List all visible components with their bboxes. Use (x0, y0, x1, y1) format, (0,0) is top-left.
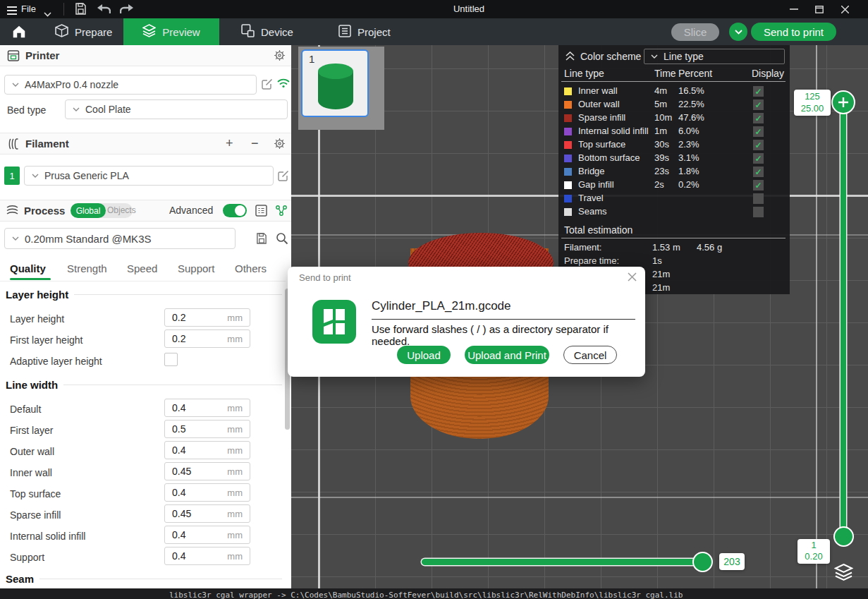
display-checkbox[interactable] (753, 193, 764, 204)
setting-input[interactable]: 0.4mm (164, 483, 250, 502)
line-type-label: Travel (578, 193, 604, 203)
process-workflow-icon[interactable] (275, 205, 288, 219)
line-type-time: 2s (654, 179, 664, 190)
bed-type-dropdown[interactable]: Cool Plate (65, 99, 288, 119)
line-type-swatch (564, 195, 572, 202)
view-mode-value: Line type (664, 51, 704, 62)
setting-label: Layer height (10, 313, 64, 325)
filament-slot-number: 1 (9, 171, 14, 181)
advanced-toggle[interactable] (223, 204, 247, 217)
add-filament-button[interactable]: + (226, 136, 233, 151)
tab-quality[interactable]: Quality (10, 262, 46, 274)
tab-device[interactable]: Device (241, 18, 293, 45)
line-type-percent: 1.8% (678, 166, 699, 176)
undo-icon[interactable] (97, 4, 111, 17)
adaptive-layer-height-checkbox[interactable] (164, 353, 178, 366)
legend-row: Gap infill 2s 0.2% ✓ (558, 179, 790, 192)
search-icon[interactable] (276, 232, 288, 248)
home-icon[interactable] (11, 24, 27, 42)
tab-preview[interactable]: Preview (123, 18, 219, 45)
send-options-chevron-button[interactable] (729, 23, 747, 41)
filament-slot-badge[interactable]: 1 (4, 167, 20, 185)
tab-support[interactable]: Support (178, 262, 215, 274)
slice-button[interactable]: Slice (671, 23, 719, 41)
move-slider-track[interactable] (422, 559, 705, 565)
collapse-icon[interactable] (566, 52, 575, 63)
scope-objects-segment[interactable]: Objects (107, 205, 136, 215)
setting-input[interactable]: 0.2 mm (164, 308, 250, 327)
printer-section-title: Printer (25, 49, 59, 61)
tab-others[interactable]: Others (235, 262, 267, 274)
line-type-label: Top surface (578, 139, 625, 150)
setting-input[interactable]: 0.2 mm (164, 329, 250, 348)
display-checkbox[interactable]: ✓ (753, 113, 764, 123)
minimize-button[interactable] (782, 0, 806, 18)
color-scheme-title: Color scheme (580, 51, 641, 62)
setting-label: Top surface (10, 488, 61, 500)
printer-section-header: Printer (0, 45, 291, 66)
filament-preset-dropdown[interactable]: Prusa Generic PLA (24, 166, 274, 186)
setting-input[interactable]: 0.5mm (164, 420, 250, 438)
filename-input[interactable]: Cylinder_PLA_21m.gcode (372, 299, 635, 320)
color-scheme-panel: Color scheme Line type Line type Time Pe… (558, 45, 790, 294)
edit-icon[interactable] (278, 170, 289, 184)
display-checkbox[interactable]: ✓ (753, 86, 764, 97)
tab-speed[interactable]: Speed (127, 262, 157, 274)
layer-slider-top-handle[interactable] (831, 90, 855, 114)
tab-project[interactable]: Project (338, 18, 391, 45)
send-to-print-dialog: Send to print Cylinder_PLA_21m.gcode Use… (288, 267, 645, 377)
upload-button[interactable]: Upload (397, 346, 451, 364)
view-mode-dropdown[interactable]: Line type (644, 49, 785, 64)
layers-icon[interactable] (834, 564, 853, 584)
display-checkbox[interactable]: ✓ (753, 180, 764, 190)
setting-input[interactable]: 0.4mm (164, 399, 250, 417)
setting-input[interactable]: 0.45mm (164, 462, 250, 480)
setting-unit: mm (227, 551, 243, 562)
display-checkbox[interactable]: ✓ (753, 126, 764, 137)
cancel-button[interactable]: Cancel (563, 346, 617, 364)
display-checkbox[interactable]: ✓ (753, 167, 764, 177)
save-preset-icon[interactable] (256, 233, 267, 247)
total-estimation-title: Total estimation (564, 224, 632, 236)
layer-slider-bottom-handle[interactable] (833, 526, 854, 547)
maximize-button[interactable] (807, 0, 831, 18)
gear-icon[interactable] (274, 138, 286, 152)
setting-input[interactable]: 0.4mm (164, 547, 250, 565)
hamburger-menu-icon[interactable] (7, 5, 17, 18)
display-checkbox[interactable]: ✓ (753, 140, 764, 150)
display-checkbox[interactable]: ✓ (753, 153, 764, 164)
move-slider-tooltip: 203 (719, 553, 745, 570)
file-menu[interactable]: File (21, 4, 36, 14)
remove-filament-button[interactable]: − (251, 136, 259, 151)
setting-label: Internal solid infill (10, 531, 85, 542)
gear-icon[interactable] (274, 49, 286, 64)
plate-thumbnail[interactable]: 1 (301, 49, 369, 117)
line-type-percent: 0.2% (678, 179, 699, 190)
layer-slider-track[interactable] (841, 102, 846, 536)
display-checkbox[interactable] (753, 207, 764, 217)
dialog-close-icon[interactable] (628, 272, 637, 284)
setting-input[interactable]: 0.45mm (164, 504, 250, 523)
process-preset-dropdown[interactable]: 0.20mm Standard @MK3S (4, 228, 236, 249)
tab-prepare[interactable]: Prepare (55, 18, 112, 45)
redo-icon[interactable] (120, 4, 133, 17)
save-icon[interactable] (75, 3, 87, 18)
legend-row: Outer wall 5m 22.5% ✓ (558, 98, 790, 111)
cancel-label: Cancel (574, 349, 607, 361)
wifi-icon[interactable] (277, 78, 290, 91)
setting-input[interactable]: 0.4mm (164, 526, 250, 544)
process-section-header: Process Global Objects Advanced (0, 200, 291, 222)
close-button[interactable] (833, 0, 857, 18)
send-to-print-button[interactable]: Send to print (751, 23, 836, 41)
edit-icon[interactable] (262, 78, 273, 92)
parameter-list-icon[interactable] (255, 205, 267, 219)
upload-and-print-button[interactable]: Upload and Print (465, 346, 549, 364)
setting-input[interactable]: 0.4mm (164, 441, 250, 459)
printer-preset-dropdown[interactable]: A4MaxPro 0.4 nozzle (4, 75, 257, 95)
tab-strength[interactable]: Strength (67, 262, 107, 274)
scope-global-segment[interactable]: Global (71, 203, 106, 218)
move-slider-handle[interactable] (692, 552, 713, 572)
line-type-swatch (564, 208, 572, 216)
col-header-time: Time (654, 68, 676, 79)
display-checkbox[interactable]: ✓ (753, 99, 764, 110)
